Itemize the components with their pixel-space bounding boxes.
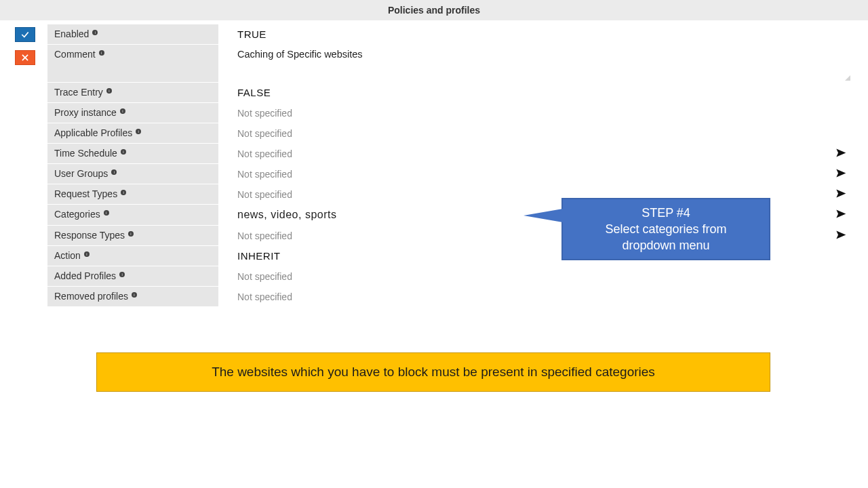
label-applicable-profiles: Applicable Profilesi bbox=[47, 123, 218, 143]
callout-line1: STEP #4 bbox=[642, 205, 690, 221]
row-added-profiles: Added Profilesi Not specified bbox=[47, 266, 854, 287]
label-added-profiles: Added Profilesi bbox=[47, 266, 218, 286]
label-response-types: Response Typesi bbox=[47, 226, 218, 245]
row-enabled: Enabledi TRUE bbox=[47, 24, 854, 45]
label-user-groups: User Groupsi bbox=[47, 164, 218, 184]
resize-handle-icon[interactable] bbox=[844, 74, 850, 81]
policy-form: Enabledi TRUE Commenti Caching of Specif… bbox=[47, 20, 868, 307]
info-icon[interactable]: i bbox=[106, 88, 112, 94]
row-removed-profiles: Removed profilesi Not specified bbox=[47, 287, 854, 307]
value-added-profiles[interactable]: Not specified bbox=[218, 266, 854, 286]
note-banner: The websites which you have to block mus… bbox=[96, 352, 770, 392]
label-enabled: Enabledi bbox=[47, 24, 218, 44]
value-enabled[interactable]: TRUE bbox=[218, 24, 854, 44]
value-removed-profiles[interactable]: Not specified bbox=[218, 287, 854, 306]
info-icon[interactable]: i bbox=[104, 210, 109, 216]
note-text: The websites which you have to block mus… bbox=[212, 365, 655, 380]
callout-line3: dropdown menu bbox=[622, 237, 709, 253]
row-comment: Commenti Caching of Specific websites bbox=[47, 45, 854, 83]
navigate-icon[interactable] bbox=[835, 147, 846, 160]
value-time-schedule[interactable]: Not specified bbox=[218, 144, 854, 163]
info-icon[interactable]: i bbox=[121, 190, 126, 195]
row-proxy-instance: Proxy instancei Not specified bbox=[47, 103, 854, 123]
cancel-button[interactable] bbox=[15, 50, 35, 65]
side-action-bar bbox=[0, 20, 47, 307]
callout-line2: Select categories from bbox=[605, 221, 726, 237]
info-icon[interactable]: i bbox=[99, 50, 104, 56]
step-callout: STEP #4 Select categories from dropdown … bbox=[561, 198, 770, 260]
label-time-schedule: Time Schedulei bbox=[47, 144, 218, 163]
info-icon[interactable]: i bbox=[120, 108, 125, 114]
save-button[interactable] bbox=[15, 27, 35, 42]
info-icon[interactable]: i bbox=[111, 169, 117, 175]
info-icon[interactable]: i bbox=[132, 292, 137, 298]
info-icon[interactable]: i bbox=[84, 251, 90, 257]
row-trace-entry: Trace Entryi FALSE bbox=[47, 83, 854, 103]
label-action: Actioni bbox=[47, 246, 218, 266]
value-applicable-profiles[interactable]: Not specified bbox=[218, 123, 854, 143]
navigate-icon[interactable] bbox=[835, 209, 846, 222]
label-categories: Categoriesi bbox=[47, 205, 218, 225]
callout-arrow-icon bbox=[524, 209, 563, 222]
navigate-icon[interactable] bbox=[835, 229, 846, 242]
label-removed-profiles: Removed profilesi bbox=[47, 287, 218, 306]
info-icon[interactable]: i bbox=[119, 272, 125, 277]
row-user-groups: User Groupsi Not specified bbox=[47, 164, 854, 184]
label-comment: Commenti bbox=[47, 45, 218, 82]
label-trace-entry: Trace Entryi bbox=[47, 83, 218, 102]
label-proxy-instance: Proxy instancei bbox=[47, 103, 218, 123]
value-proxy-instance[interactable]: Not specified bbox=[218, 103, 854, 123]
label-request-types: Request Typesi bbox=[47, 184, 218, 204]
info-icon[interactable]: i bbox=[136, 129, 141, 134]
page-title: Policies and profiles bbox=[388, 5, 480, 16]
value-trace-entry[interactable]: FALSE bbox=[218, 83, 854, 102]
info-icon[interactable]: i bbox=[92, 30, 98, 35]
info-icon[interactable]: i bbox=[121, 149, 126, 155]
row-applicable-profiles: Applicable Profilesi Not specified bbox=[47, 123, 854, 144]
value-user-groups[interactable]: Not specified bbox=[218, 164, 854, 184]
row-time-schedule: Time Schedulei Not specified bbox=[47, 144, 854, 164]
page-title-bar: Policies and profiles bbox=[0, 0, 868, 20]
navigate-icon[interactable] bbox=[835, 188, 846, 201]
value-comment[interactable]: Caching of Specific websites bbox=[218, 45, 854, 82]
info-icon[interactable]: i bbox=[128, 231, 134, 237]
navigate-icon[interactable] bbox=[835, 167, 846, 180]
